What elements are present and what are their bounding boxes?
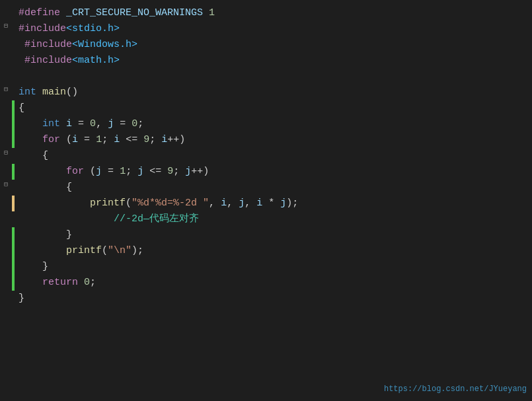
line-content-8: int i = 0, j = 0;	[16, 116, 532, 132]
bar-2	[12, 21, 15, 37]
bar-14	[12, 211, 15, 227]
line-content-19: }	[16, 291, 532, 307]
bar-17	[12, 259, 15, 275]
gutter-2: ⊟	[0, 21, 12, 32]
line-content-18: return 0;	[16, 275, 532, 291]
line-content-9: for (i = 1; i <= 9; i++)	[16, 132, 532, 148]
code-editor: #define _CRT_SECURE_NO_WARNINGS 1 ⊟ #inc…	[0, 0, 532, 401]
gutter-12: ⊟	[0, 180, 12, 190]
bar-8	[12, 116, 15, 132]
code-line-4: #include<math.h>	[0, 53, 532, 69]
code-line-11: for (j = 1; j <= 9; j++)	[0, 164, 532, 180]
bar-10	[12, 148, 15, 164]
line-content-11: for (j = 1; j <= 9; j++)	[16, 164, 532, 180]
line-content-10: {	[16, 148, 532, 164]
fold-icon-2[interactable]: ⊟	[4, 21, 8, 32]
watermark: https://blog.csdn.net/JYueyang	[384, 383, 527, 396]
line-content-14: //-2d—代码左对齐	[16, 211, 532, 227]
bar-19	[12, 291, 15, 307]
gutter-10: ⊟	[0, 148, 12, 159]
code-line-8: int i = 0, j = 0;	[0, 116, 532, 132]
code-line-18: return 0;	[0, 275, 532, 291]
code-line-9: for (i = 1; i <= 9; i++)	[0, 132, 532, 148]
bar-4	[12, 53, 15, 69]
bar-11	[12, 164, 15, 180]
bar-13	[12, 196, 15, 211]
bar-18	[12, 275, 15, 291]
fold-icon-10[interactable]: ⊟	[4, 148, 8, 159]
line-content-17: }	[16, 259, 532, 275]
code-line-6: ⊟ int main()	[0, 85, 532, 100]
code-line-17: }	[0, 259, 532, 275]
code-line-1: #define _CRT_SECURE_NO_WARNINGS 1	[0, 5, 532, 21]
fold-icon-12[interactable]: ⊟	[4, 180, 8, 190]
code-line-14: //-2d—代码左对齐	[0, 211, 532, 227]
code-line-13: printf("%d*%d=%-2d ", i, j, i * j);	[0, 196, 532, 211]
bar-1	[12, 5, 15, 21]
bar-15	[12, 227, 15, 243]
line-content-3: #include<Windows.h>	[16, 37, 532, 53]
line-content-6: int main()	[16, 85, 532, 100]
bar-3	[12, 37, 15, 53]
line-content-1: #define _CRT_SECURE_NO_WARNINGS 1	[16, 5, 532, 21]
code-line-10: ⊟ {	[0, 148, 532, 164]
line-content-4: #include<math.h>	[16, 53, 532, 69]
code-line-5	[0, 69, 532, 85]
code-line-2: ⊟ #include<stdio.h>	[0, 21, 532, 37]
code-line-15: }	[0, 227, 532, 243]
line-content-15: }	[16, 227, 532, 243]
fold-icon-6[interactable]: ⊟	[4, 85, 8, 95]
code-line-19: }	[0, 291, 532, 307]
bar-12	[12, 180, 15, 196]
gutter-6: ⊟	[0, 85, 12, 95]
bar-9	[12, 132, 15, 148]
line-content-7: {	[16, 100, 532, 116]
line-content-16: printf("\n");	[16, 243, 532, 259]
bar-6	[12, 85, 15, 100]
code-line-16: printf("\n");	[0, 243, 532, 259]
code-line-12: ⊟ {	[0, 180, 532, 196]
line-content-2: #include<stdio.h>	[16, 21, 532, 37]
code-line-7: {	[0, 100, 532, 116]
bar-5	[12, 69, 15, 85]
code-line-3: #include<Windows.h>	[0, 37, 532, 53]
line-content-13: printf("%d*%d=%-2d ", i, j, i * j);	[16, 196, 532, 211]
bar-16	[12, 243, 15, 259]
line-content-12: {	[16, 180, 532, 196]
bar-7	[12, 100, 15, 116]
